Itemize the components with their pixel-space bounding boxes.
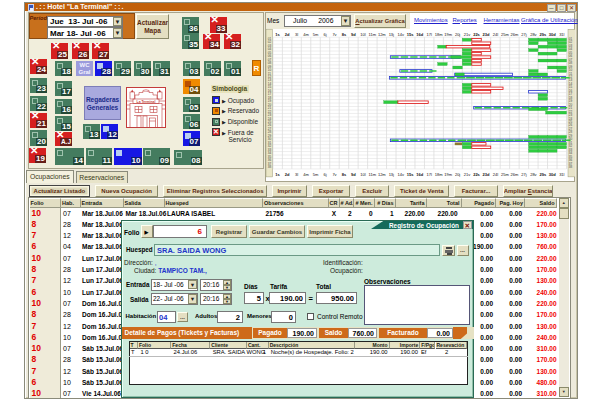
svg-text:7v: 7v [332, 32, 336, 37]
svg-text:21v: 21v [464, 32, 470, 37]
svg-text:16d: 16d [416, 32, 423, 37]
svg-text:22s: 22s [473, 172, 480, 177]
svg-text:9d: 9d [351, 172, 356, 177]
svg-text:1s: 1s [275, 32, 280, 37]
svg-text:5m: 5m [313, 32, 319, 37]
svg-text:La Terminal: La Terminal [137, 100, 156, 104]
svg-text:13j: 13j [389, 32, 394, 37]
svg-text:23d: 23d [483, 32, 490, 37]
svg-text:15s: 15s [407, 172, 414, 177]
svg-text:21v: 21v [464, 172, 470, 177]
svg-text:10l: 10l [360, 32, 365, 37]
svg-text:6j: 6j [323, 172, 326, 177]
svg-text:4m: 4m [303, 32, 309, 37]
svg-text:3l: 3l [295, 172, 298, 177]
svg-text:2d: 2d [285, 172, 290, 177]
svg-text:11m: 11m [369, 172, 377, 177]
svg-text:29s: 29s [539, 172, 546, 177]
svg-text:4m: 4m [303, 172, 309, 177]
svg-text:27j: 27j [521, 172, 526, 177]
svg-text:19m: 19m [444, 172, 452, 177]
svg-text:28v: 28v [530, 32, 536, 37]
svg-text:26m: 26m [511, 32, 519, 37]
svg-text:31l: 31l [559, 32, 564, 37]
svg-text:13j: 13j [389, 172, 394, 177]
svg-text:25m: 25m [501, 32, 509, 37]
svg-text:24l: 24l [493, 172, 498, 177]
svg-text:1s: 1s [275, 172, 280, 177]
svg-text:17l: 17l [427, 172, 432, 177]
svg-text:12m: 12m [378, 32, 386, 37]
svg-text:20j: 20j [455, 32, 460, 37]
svg-text:17l: 17l [427, 32, 432, 37]
svg-text:18m: 18m [435, 32, 443, 37]
svg-text:25m: 25m [501, 172, 509, 177]
svg-text:19m: 19m [444, 32, 452, 37]
svg-text:2d: 2d [285, 32, 290, 37]
svg-text:8s: 8s [342, 172, 347, 177]
svg-text:15s: 15s [407, 32, 414, 37]
svg-text:20j: 20j [455, 172, 460, 177]
svg-text:5m: 5m [313, 172, 319, 177]
svg-text:7v: 7v [332, 172, 336, 177]
svg-text:18m: 18m [435, 172, 443, 177]
svg-text:9d: 9d [351, 32, 356, 37]
svg-text:14v: 14v [398, 32, 404, 37]
svg-text:38: 38 [569, 165, 573, 169]
svg-text:27j: 27j [521, 32, 526, 37]
svg-text:31l: 31l [559, 172, 564, 177]
svg-text:30d: 30d [549, 172, 556, 177]
svg-text:38: 38 [268, 165, 272, 169]
svg-text:29s: 29s [539, 32, 546, 37]
svg-text:14v: 14v [398, 172, 404, 177]
svg-text:28v: 28v [530, 172, 536, 177]
svg-text:6j: 6j [323, 32, 326, 37]
svg-text:23d: 23d [483, 172, 490, 177]
svg-text:12m: 12m [378, 172, 386, 177]
svg-text:8s: 8s [342, 32, 347, 37]
svg-text:10l: 10l [360, 172, 365, 177]
svg-text:HOTEL: HOTEL [142, 90, 150, 92]
svg-text:11m: 11m [369, 32, 377, 37]
svg-text:16d: 16d [416, 172, 423, 177]
svg-text:30d: 30d [549, 32, 556, 37]
svg-text:3l: 3l [295, 32, 298, 37]
svg-text:26m: 26m [511, 172, 519, 177]
svg-text:24l: 24l [493, 32, 498, 37]
svg-text:22s: 22s [473, 32, 480, 37]
